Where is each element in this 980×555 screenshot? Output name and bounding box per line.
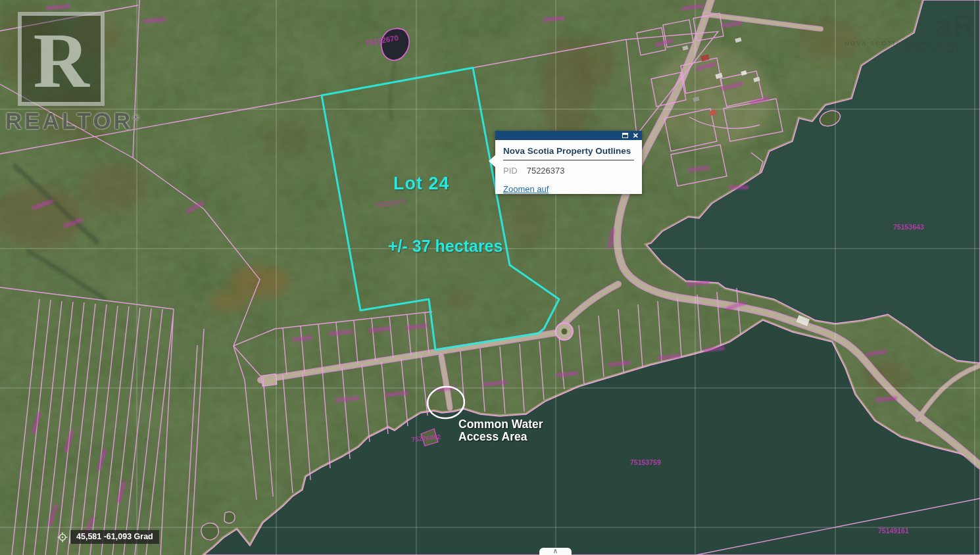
chevron-up-icon: ∧	[553, 547, 558, 554]
satellite-map: 75152670 75226373 75153643 75153759 7514…	[0, 0, 980, 555]
bottom-panel-tab[interactable]: ∧	[539, 548, 572, 555]
lot24-area-label: +/- 37 hectares	[388, 237, 502, 256]
property-info-popup: ✕ Nova Scotia Property Outlines PID75226…	[495, 131, 642, 194]
maximize-icon[interactable]	[622, 133, 628, 138]
popup-callout-arrow	[489, 155, 495, 167]
coordinate-text: 45,581 -61,093 Grad	[70, 530, 159, 544]
popup-title: Nova Scotia Property Outlines	[503, 146, 634, 156]
close-icon[interactable]: ✕	[633, 132, 639, 139]
popup-divider	[503, 160, 634, 160]
culdesac	[556, 323, 573, 340]
locate-icon[interactable]	[57, 532, 68, 543]
popup-body: Nova Scotia Property Outlines PID7522637…	[495, 140, 642, 199]
coordinate-readout: 45,581 -61,093 Grad	[57, 530, 159, 544]
water-access-label: Common WaterAccess Area	[458, 418, 543, 443]
pid-row: PID75226373	[503, 166, 634, 176]
pid-label: 75153759	[630, 458, 661, 466]
pid-label: 75149161	[878, 527, 909, 535]
pid-field-label: PID	[503, 166, 518, 176]
zoom-to-link[interactable]: Zoomen auf	[503, 184, 549, 194]
popup-header: ✕	[495, 131, 642, 140]
map-canvas[interactable]: 75152670 75226373 75153643 75153759 7514…	[0, 0, 980, 555]
pid-label: 75153643	[893, 223, 924, 231]
pid-value: 75226373	[527, 166, 565, 176]
lot24-label: Lot 24	[393, 174, 450, 194]
